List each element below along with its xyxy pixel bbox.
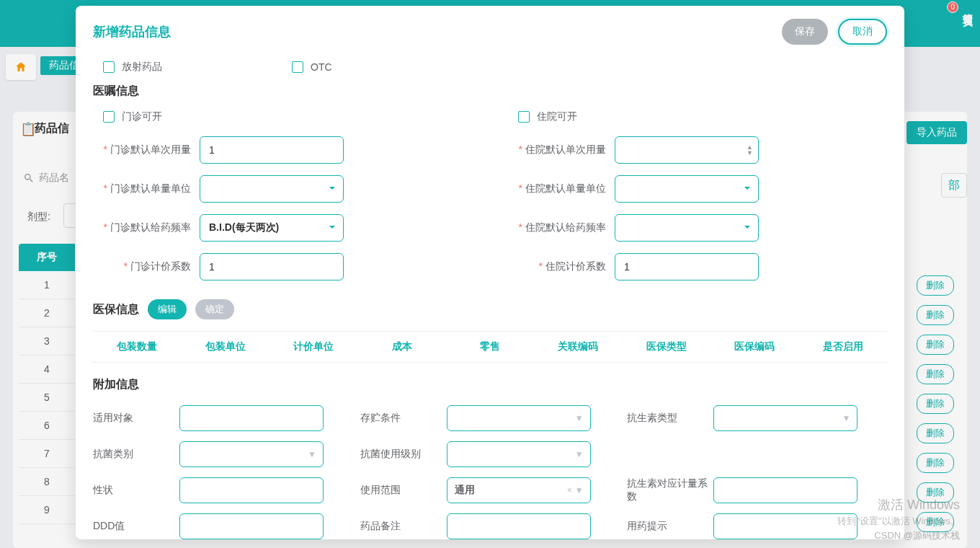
medins-th: 零售 [446, 340, 534, 353]
checkbox-outpatient-open[interactable]: 门诊可开 [103, 110, 472, 123]
clear-icon[interactable]: × [567, 485, 572, 495]
addinfo-row: 性状 [93, 477, 353, 503]
addinfo-label: 使用范围 [360, 484, 447, 497]
label-out-freq: *门诊默认给药频率 [93, 221, 200, 234]
addinfo-label: 用药提示 [627, 520, 713, 533]
checkbox-icon [103, 61, 115, 73]
medins-th: 包装数量 [93, 340, 181, 353]
modal: 新增药品信息 保存 取消 放射药品 OTC 医嘱信息 门诊可开 *门诊默认单次用… [76, 6, 904, 539]
label-in-freq: *住院默认给药频率 [508, 221, 615, 234]
label-in-dose: *住院默认单次用量 [508, 143, 615, 156]
label-out-price-coef: *门诊计价系数 [93, 260, 200, 273]
label-in-price-coef: *住院计价系数 [508, 260, 615, 273]
section-order-info: 医嘱信息 [93, 84, 887, 99]
addinfo-input[interactable] [713, 513, 858, 539]
modal-overlay: 新增药品信息 保存 取消 放射药品 OTC 医嘱信息 门诊可开 *门诊默认单次用… [0, 0, 980, 548]
medins-confirm-button[interactable]: 确定 [195, 299, 234, 319]
addinfo-input[interactable] [447, 513, 591, 539]
select-in-dose-unit[interactable] [615, 175, 759, 203]
chevron-down-icon: ▼ [842, 413, 850, 423]
addinfo-row: 药品备注 [360, 513, 620, 539]
addinfo-input[interactable] [179, 477, 324, 503]
modal-title: 新增药品信息 [93, 23, 171, 40]
addinfo-select[interactable] [447, 405, 591, 431]
addinfo-row: 抗菌类别▼ [93, 441, 353, 467]
section-additional-info: 附加信息 [93, 377, 887, 392]
modal-header: 新增药品信息 保存 取消 [76, 6, 904, 56]
addinfo-label: 存贮条件 [360, 412, 447, 425]
medins-th: 是否启用 [799, 340, 887, 353]
addinfo-row: 抗菌使用级别▼ [360, 441, 620, 467]
input-in-price-coef[interactable] [615, 253, 759, 280]
addinfo-row: DDD值 [93, 513, 353, 539]
select-out-dose-unit[interactable] [200, 175, 344, 203]
addinfo-row: 存贮条件▼ [360, 405, 620, 431]
addinfo-row: 适用对象 [93, 405, 353, 431]
addinfo-input[interactable] [179, 405, 324, 431]
addinfo-select[interactable] [179, 441, 324, 467]
addinfo-row [627, 441, 887, 467]
label-in-dose-unit: *住院默认单量单位 [508, 182, 615, 195]
addinfo-label: 性状 [93, 484, 179, 497]
save-button[interactable]: 保存 [782, 19, 828, 45]
addinfo-label: 适用对象 [93, 412, 179, 425]
select-out-freq[interactable] [200, 214, 344, 242]
addinfo-select[interactable] [447, 441, 591, 467]
medins-edit-button[interactable]: 编辑 [148, 299, 187, 319]
checkbox-inpatient-open[interactable]: 住院可开 [518, 110, 887, 123]
watermark-windows-sub: 转到"设置"以激活 Windows。 [837, 515, 960, 528]
addinfo-input[interactable] [713, 477, 858, 503]
medins-th: 成本 [357, 340, 445, 353]
chevron-down-icon: ▼ [575, 485, 584, 495]
checkbox-radiopharm[interactable]: 放射药品 [103, 61, 162, 74]
addinfo-label: 抗菌使用级别 [360, 448, 447, 461]
section-medins-info: 医保信息 编辑 确定 [93, 299, 887, 319]
medins-th: 关联编码 [534, 340, 622, 353]
modal-body[interactable]: 放射药品 OTC 医嘱信息 门诊可开 *门诊默认单次用量 *门诊默认单量单位 [76, 56, 904, 539]
spinner-down-icon[interactable]: ▼ [747, 150, 753, 156]
checkbox-icon [103, 111, 115, 123]
medins-th: 计价单位 [270, 340, 357, 353]
addinfo-row: 抗生素对应计量系数 [627, 477, 887, 503]
label-out-dose-unit: *门诊默认单量单位 [93, 182, 200, 195]
addinfo-label: 抗生素类型 [627, 412, 713, 425]
select-in-freq[interactable] [615, 214, 759, 242]
chevron-down-icon: ▼ [308, 449, 316, 459]
addinfo-label: 药品备注 [360, 520, 447, 533]
addinfo-label: 抗生素对应计量系数 [627, 477, 713, 503]
addinfo-input[interactable] [179, 513, 324, 539]
input-out-dose[interactable] [200, 136, 344, 164]
chevron-down-icon: ▼ [575, 449, 584, 459]
addinfo-row: 使用范围×▼ [360, 477, 620, 503]
checkbox-otc[interactable]: OTC [292, 61, 332, 73]
checkbox-icon [292, 61, 303, 73]
medins-table: 包装数量包装单位计价单位成本零售关联编码医保类型医保编码是否启用 [93, 331, 887, 363]
number-spinner[interactable]: ▲▼ [747, 144, 753, 156]
addinfo-select[interactable] [713, 405, 858, 431]
addinfo-label: DDD值 [93, 520, 179, 533]
watermark-windows: 激活 Windows [878, 496, 960, 513]
watermark-csdn: CSDN @源码技术栈 [874, 529, 960, 542]
input-out-price-coef[interactable] [200, 253, 344, 280]
chevron-down-icon: ▼ [575, 413, 584, 423]
medins-th: 医保类型 [623, 340, 710, 353]
cancel-button[interactable]: 取消 [838, 19, 887, 45]
medins-th: 包装单位 [181, 340, 269, 353]
checkbox-icon [518, 111, 530, 123]
addinfo-label: 抗菌类别 [93, 448, 179, 461]
addinfo-row: 抗生素类型▼ [627, 405, 887, 431]
medins-th: 医保编码 [710, 340, 798, 353]
input-in-dose[interactable] [615, 136, 759, 164]
label-out-dose: *门诊默认单次用量 [93, 143, 200, 156]
